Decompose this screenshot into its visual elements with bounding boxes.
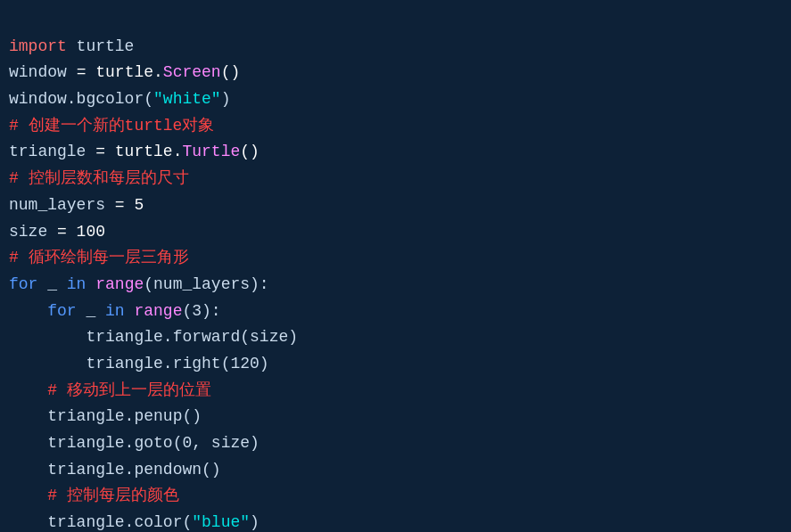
line-9: # 循环绘制每一层三角形: [9, 249, 189, 266]
line-8: size = 100: [9, 223, 105, 241]
line-5: triangle = turtle.Turtle(): [9, 143, 260, 160]
line-16: triangle.goto(0, size): [9, 434, 260, 452]
code-editor: import turtle window = turtle.Screen() w…: [9, 7, 782, 532]
line-4: # 创建一个新的turtle对象: [9, 117, 214, 135]
line-1: import turtle: [9, 37, 134, 55]
line-19: triangle.color("blue"): [9, 513, 260, 531]
line-12: triangle.forward(size): [9, 328, 298, 346]
line-18: # 控制每层的颜色: [9, 487, 179, 504]
line-6: # 控制层数和每层的尺寸: [9, 169, 189, 187]
line-10: for _ in range(num_layers):: [9, 275, 269, 293]
line-14: # 移动到上一层的位置: [9, 381, 211, 399]
line-11: for _ in range(3):: [9, 302, 221, 320]
line-2: window = turtle.Screen(): [9, 63, 240, 81]
line-7: num_layers = 5: [9, 196, 144, 214]
line-3: window.bgcolor("white"): [9, 90, 230, 108]
line-13: triangle.right(120): [9, 355, 269, 372]
line-15: triangle.penup(): [9, 407, 202, 425]
line-17: triangle.pendown(): [9, 461, 221, 479]
